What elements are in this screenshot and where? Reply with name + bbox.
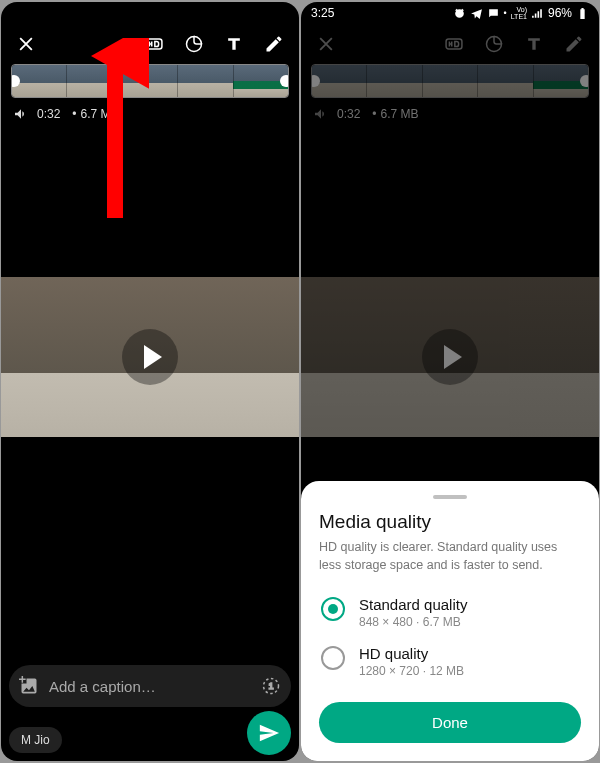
done-button[interactable]: Done bbox=[319, 702, 581, 743]
recipient-chip[interactable]: M Jio bbox=[9, 727, 62, 753]
send-button[interactable] bbox=[247, 711, 291, 755]
signal-icon bbox=[531, 7, 544, 20]
sheet-title: Media quality bbox=[319, 511, 581, 533]
thumb-frame bbox=[66, 65, 121, 97]
hd-icon bbox=[144, 34, 164, 54]
svg-rect-0 bbox=[146, 39, 162, 49]
video-preview[interactable] bbox=[1, 277, 299, 437]
hd-icon bbox=[444, 34, 464, 54]
option-title: Standard quality bbox=[359, 596, 467, 613]
thumb-frame bbox=[477, 65, 532, 97]
text-icon bbox=[524, 34, 544, 54]
text-button[interactable] bbox=[517, 27, 551, 61]
sheet-handle[interactable] bbox=[433, 495, 467, 499]
battery-percent: 96% bbox=[548, 6, 572, 20]
play-button[interactable] bbox=[122, 329, 178, 385]
thumb-frame bbox=[366, 65, 421, 97]
close-icon bbox=[316, 34, 336, 54]
video-meta: 0:32 6.7 MB bbox=[301, 98, 599, 130]
close-icon bbox=[16, 34, 36, 54]
option-standard[interactable]: Standard quality 848 × 480 · 6.7 MB bbox=[319, 588, 581, 637]
media-quality-sheet: Media quality HD quality is clearer. Sta… bbox=[301, 481, 599, 761]
svg-text:1: 1 bbox=[268, 681, 273, 691]
thumb-frame bbox=[122, 65, 177, 97]
telegram-icon bbox=[470, 7, 483, 20]
video-size: 6.7 MB bbox=[368, 107, 418, 121]
battery-icon bbox=[576, 7, 589, 20]
pencil-icon bbox=[564, 34, 584, 54]
option-title: HD quality bbox=[359, 645, 464, 662]
video-size: 6.7 MB bbox=[68, 107, 118, 121]
text-button[interactable] bbox=[217, 27, 251, 61]
option-hd[interactable]: HD quality 1280 × 720 · 12 MB bbox=[319, 637, 581, 686]
status-right: • Vo)LTE1 96% bbox=[453, 6, 589, 20]
statusbar: 3:25 • Vo)LTE1 96% bbox=[301, 2, 599, 24]
alarm-icon bbox=[453, 7, 466, 20]
close-button[interactable] bbox=[9, 27, 43, 61]
caption-bar[interactable]: Add a caption… 1 bbox=[9, 665, 291, 707]
send-icon bbox=[258, 722, 280, 744]
editor-toolbar bbox=[1, 24, 299, 64]
sound-icon[interactable] bbox=[13, 106, 29, 122]
svg-rect-4 bbox=[446, 39, 462, 49]
trim-end-handle[interactable] bbox=[280, 75, 289, 87]
text-icon bbox=[224, 34, 244, 54]
sticker-icon bbox=[484, 34, 504, 54]
radio-icon bbox=[321, 646, 345, 670]
hd-button[interactable] bbox=[437, 27, 471, 61]
thumb-frame bbox=[12, 65, 66, 97]
thumb-frame bbox=[177, 65, 232, 97]
message-icon bbox=[487, 7, 500, 20]
statusbar bbox=[1, 2, 299, 24]
pane-before: 0:32 6.7 MB Add a caption… 1 M Jio bbox=[1, 2, 299, 761]
play-button bbox=[422, 329, 478, 385]
view-once-icon[interactable]: 1 bbox=[261, 676, 281, 696]
add-media-icon[interactable] bbox=[19, 676, 39, 696]
thumb-frame bbox=[422, 65, 477, 97]
trim-timeline[interactable] bbox=[311, 64, 589, 98]
option-sub: 1280 × 720 · 12 MB bbox=[359, 664, 464, 678]
caption-input[interactable]: Add a caption… bbox=[49, 678, 251, 695]
pencil-icon bbox=[264, 34, 284, 54]
editor-toolbar bbox=[301, 24, 599, 64]
radio-icon bbox=[321, 597, 345, 621]
sticker-button[interactable] bbox=[477, 27, 511, 61]
sound-icon bbox=[313, 106, 329, 122]
close-button[interactable] bbox=[309, 27, 343, 61]
status-time: 3:25 bbox=[311, 6, 334, 20]
sheet-desc: HD quality is clearer. Standard quality … bbox=[319, 539, 581, 574]
draw-button[interactable] bbox=[257, 27, 291, 61]
thumb-frame bbox=[312, 65, 366, 97]
trim-end-handle[interactable] bbox=[580, 75, 589, 87]
video-duration: 0:32 bbox=[337, 107, 360, 121]
video-duration: 0:32 bbox=[37, 107, 60, 121]
sticker-button[interactable] bbox=[177, 27, 211, 61]
sticker-icon bbox=[184, 34, 204, 54]
video-preview bbox=[301, 277, 599, 437]
draw-button[interactable] bbox=[557, 27, 591, 61]
trim-timeline[interactable] bbox=[11, 64, 289, 98]
hd-button[interactable] bbox=[137, 27, 171, 61]
video-meta: 0:32 6.7 MB bbox=[1, 98, 299, 130]
option-sub: 848 × 480 · 6.7 MB bbox=[359, 615, 467, 629]
pane-after: 3:25 • Vo)LTE1 96% bbox=[301, 2, 599, 761]
